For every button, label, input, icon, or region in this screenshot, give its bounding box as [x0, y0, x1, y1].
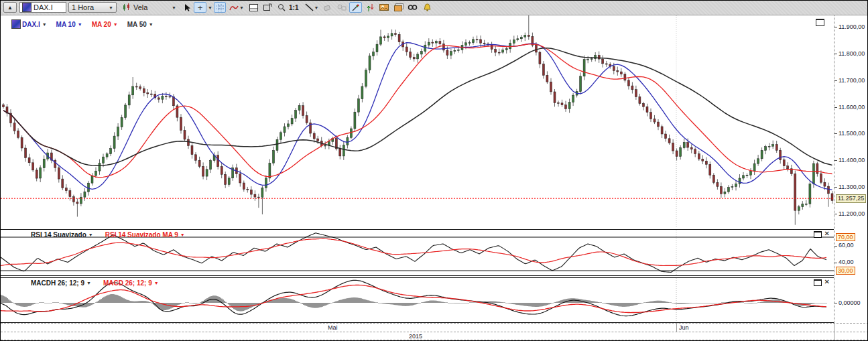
- restore-window-icon[interactable]: [816, 19, 824, 26]
- alert-button[interactable]: [422, 2, 433, 13]
- chevron-down-icon: ▼: [208, 5, 212, 10]
- rsi-panel[interactable]: RSI 14 Suavizado▼ RSI 14 Suavizado MA 9▼…: [1, 229, 834, 276]
- maximize-panel-icon[interactable]: [814, 231, 822, 238]
- legend-ma20[interactable]: MA 20▼: [92, 21, 118, 28]
- shapes-icon: [337, 3, 347, 11]
- chart-legend: DAX.I▼ MA 10▼ MA 20▼ MA 50▼: [11, 19, 153, 29]
- zoom-area-button[interactable]: [261, 2, 273, 13]
- legend-instrument-label: DAX.I: [22, 21, 40, 28]
- chart-type-select[interactable]: Vela ▼: [120, 2, 179, 13]
- price-tick-label: 11.800,00: [839, 50, 865, 57]
- indicators-button[interactable]: ▼: [229, 2, 245, 13]
- chevron-down-icon: ▼: [109, 5, 113, 10]
- link-icon: [408, 4, 418, 11]
- instrument-icon: [11, 19, 21, 29]
- chart-window: ▲ DAX.I 1 Hora ▼ Vela ▼ + ▼ ▼: [0, 0, 868, 341]
- copy-image-icon: [394, 3, 404, 11]
- main-chart-panel[interactable]: DAX.I▼ MA 10▼ MA 20▼ MA 50▼: [1, 15, 834, 228]
- axis-tick-mark: [834, 187, 837, 188]
- macd-legend-label: MACD 26; 12; 9: [103, 279, 152, 287]
- compare-button[interactable]: [365, 2, 376, 13]
- save-image-button[interactable]: [378, 2, 389, 13]
- ma-line-50: [3, 48, 832, 166]
- price-tick-label: 11.500,00: [839, 130, 865, 137]
- year-label: 2015: [409, 333, 422, 340]
- pointer-icon: [184, 3, 191, 12]
- rsi-ma-legend[interactable]: RSI 14 Suavizado MA 9▼: [105, 231, 185, 238]
- legend-ma10-label: MA 10: [56, 21, 76, 28]
- measure-tool-button[interactable]: [349, 2, 362, 13]
- symbol-input[interactable]: DAX.I: [19, 2, 66, 13]
- axis-tick-mark: [834, 303, 837, 303]
- toolbar: ▲ DAX.I 1 Hora ▼ Vela ▼ + ▼ ▼: [1, 1, 867, 15]
- measure-arrow-icon: [351, 3, 360, 12]
- rsi-legend[interactable]: RSI 14 Suavizado▼: [31, 231, 93, 238]
- panel-layout-button[interactable]: [247, 2, 259, 13]
- price-tick-label: 11.900,00: [839, 23, 865, 30]
- timeframe-select[interactable]: 1 Hora ▼: [68, 2, 117, 13]
- last-price-tag: 11.257,25: [836, 194, 866, 203]
- pointer-tool-button[interactable]: [182, 2, 193, 13]
- macd-panel[interactable]: MACDH 26; 12; 9▼ MACD 26; 12; 9▼ ✕: [1, 277, 834, 323]
- price-axis[interactable]: 11.900,0011.800,0011.700,0011.600,0011.5…: [834, 15, 868, 323]
- legend-ma50-label: MA 50: [127, 21, 147, 28]
- chevron-down-icon: ▼: [88, 232, 93, 237]
- legend-ma50[interactable]: MA 50▼: [127, 21, 153, 28]
- crosshair-tool-button[interactable]: +: [194, 2, 206, 13]
- line-tools-button[interactable]: ▼: [304, 2, 320, 13]
- rsi-level-label: 30,00: [836, 267, 855, 275]
- price-tick-label: 11.300,00: [839, 184, 865, 190]
- grid-toggle-button[interactable]: [214, 2, 226, 13]
- timeframe-value: 1 Hora: [72, 3, 94, 11]
- instrument-icon: [22, 3, 32, 12]
- chevron-down-icon: ▼: [42, 22, 47, 27]
- eraser-button[interactable]: [322, 2, 334, 13]
- copy-image-button[interactable]: [393, 2, 404, 13]
- macd-legend[interactable]: MACD 26; 12; 9▼: [103, 279, 159, 287]
- rsi-ma-line: [1, 238, 826, 265]
- grid-icon: [216, 4, 224, 11]
- time-axis[interactable]: MaiJun 2015: [1, 323, 868, 340]
- rsi-line: [1, 233, 826, 273]
- one-to-one-label: 1:1: [289, 4, 298, 11]
- close-panel-icon[interactable]: ✕: [824, 279, 830, 286]
- link-button[interactable]: [407, 2, 418, 13]
- rsi-level-label: 40,00: [839, 259, 854, 265]
- macdh-legend[interactable]: MACDH 26; 12; 9▼: [31, 279, 91, 287]
- axis-tick-mark: [834, 54, 837, 54]
- candlestick-chart: [1, 15, 834, 228]
- legend-ma10[interactable]: MA 10▼: [56, 21, 82, 28]
- zoom-button[interactable]: [275, 2, 288, 13]
- collapse-toolbar-button[interactable]: ▲: [3, 2, 17, 13]
- chevron-down-icon: ▼: [154, 281, 159, 285]
- indicators-icon: [229, 4, 239, 11]
- bell-icon: [424, 3, 431, 11]
- month-label: Mai: [328, 324, 338, 331]
- panel-layout-icon: [249, 4, 258, 11]
- legend-ma20-label: MA 20: [92, 21, 111, 28]
- macdh-legend-label: MACDH 26; 12; 9: [31, 279, 84, 287]
- ma-line-20: [3, 44, 832, 178]
- legend-instrument[interactable]: DAX.I▼: [11, 19, 47, 29]
- rsi-level-label: 70,00: [836, 233, 855, 241]
- maximize-panel-icon[interactable]: [814, 279, 822, 286]
- chevron-down-icon: ▼: [314, 5, 319, 10]
- close-panel-icon[interactable]: ✕: [824, 231, 830, 238]
- rsi-legend-label: RSI 14 Suavizado: [31, 231, 86, 238]
- zoom-area-icon: [263, 3, 272, 11]
- macd-zero-label: 0,00000: [839, 299, 861, 306]
- time-axis-month-row: MaiJun: [1, 323, 868, 332]
- up-arrow-icon: ▲: [7, 5, 13, 11]
- rsi-ma-legend-label: RSI 14 Suavizado MA 9: [105, 231, 178, 238]
- eraser-icon: [324, 4, 332, 11]
- shapes-button[interactable]: [336, 2, 347, 13]
- chevron-down-icon: ▼: [180, 232, 185, 237]
- axis-tick-mark: [834, 160, 837, 161]
- up-down-arrows-icon: [366, 3, 375, 12]
- macd-signal-line: [1, 285, 826, 313]
- one-to-one-button[interactable]: 1:1: [289, 2, 300, 13]
- chart-type-value: Vela: [133, 3, 147, 11]
- magnifier-icon: [277, 3, 286, 11]
- crosshair-options-button[interactable]: ▼: [207, 2, 212, 13]
- symbol-value: DAX.I: [34, 3, 53, 11]
